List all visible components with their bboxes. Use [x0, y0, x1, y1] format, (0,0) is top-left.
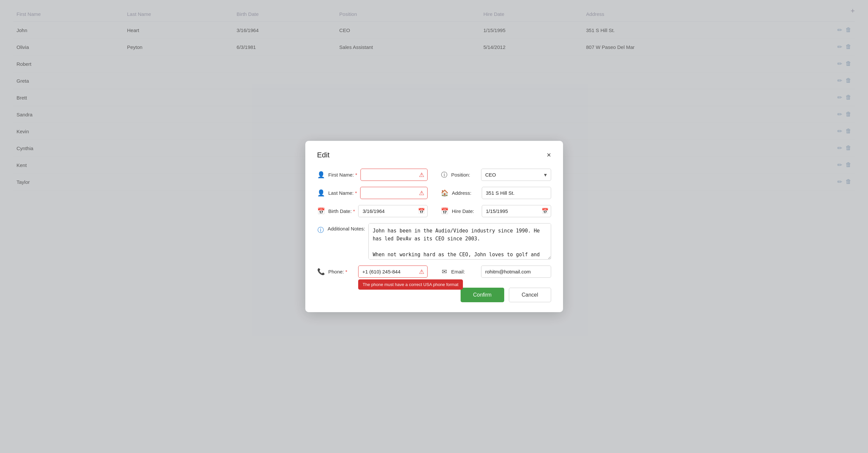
position-field: ⓘ Position: CEOSales AssistantManagerDev…	[441, 169, 551, 181]
position-select-wrap: CEOSales AssistantManagerDeveloper ▼	[481, 169, 551, 181]
notes-icon: ⓘ	[317, 226, 324, 234]
first-name-input[interactable]	[361, 169, 427, 181]
first-name-input-wrap: ⚠	[361, 169, 427, 181]
address-label: Address:	[452, 190, 478, 196]
email-input-wrap	[481, 265, 551, 278]
last-name-field: 👤 Last Name: * ⚠	[317, 187, 428, 199]
birth-date-label: Birth Date: *	[329, 208, 355, 214]
person-icon: 👤	[317, 171, 325, 178]
phone-label: Phone: *	[329, 269, 355, 275]
birth-date-input-wrap: 📅	[358, 205, 427, 217]
first-name-label: First Name: *	[329, 172, 358, 177]
hire-calendar-icon: 📅	[441, 207, 449, 215]
birth-date-input[interactable]	[358, 205, 427, 217]
phone-input[interactable]	[358, 265, 428, 278]
modal-title: Edit	[317, 151, 330, 160]
person2-icon: 👤	[317, 189, 325, 197]
calendar-icon: 📅	[317, 207, 325, 215]
birth-date-field: 📅 Birth Date: * 📅	[317, 205, 428, 217]
first-name-field: 👤 First Name: * ⚠	[317, 169, 428, 181]
email-input[interactable]	[481, 265, 551, 278]
last-name-input[interactable]	[360, 187, 427, 199]
email-label: Email:	[451, 269, 478, 275]
address-input-wrap	[482, 187, 551, 199]
position-select[interactable]: CEOSales AssistantManagerDeveloper	[481, 169, 551, 181]
modal-overlay: Edit × 👤 First Name: * ⚠ ⓘ Position: CEO…	[0, 0, 868, 453]
phone-icon: 📞	[317, 268, 325, 276]
last-name-input-wrap: ⚠	[360, 187, 427, 199]
hire-date-input-wrap: 📅	[482, 205, 551, 217]
close-button[interactable]: ×	[547, 151, 551, 159]
notes-label: Additional Notes:	[328, 226, 365, 231]
confirm-button[interactable]: Confirm	[461, 288, 504, 302]
hire-date-input[interactable]	[482, 205, 551, 217]
email-field: ✉ Email:	[441, 265, 551, 278]
notes-textarea[interactable]	[368, 223, 551, 260]
notes-field: ⓘ Additional Notes:	[317, 223, 551, 260]
phone-field: 📞 Phone: * ⚠ The phone must have a corre…	[317, 265, 428, 278]
modal-footer: Confirm Cancel	[317, 288, 551, 302]
phone-input-wrap: ⚠ The phone must have a correct USA phon…	[358, 265, 428, 278]
home-icon: 🏠	[441, 189, 449, 197]
info-icon: ⓘ	[441, 171, 448, 179]
address-field: 🏠 Address:	[441, 187, 551, 199]
modal-header: Edit ×	[317, 151, 551, 160]
form-grid: 👤 First Name: * ⚠ ⓘ Position: CEOSales A…	[317, 169, 551, 278]
address-input[interactable]	[482, 187, 551, 199]
email-icon: ✉	[441, 268, 448, 276]
cancel-button[interactable]: Cancel	[509, 288, 551, 302]
phone-error-tooltip: The phone must have a correct USA phone …	[358, 279, 463, 290]
hire-date-label: Hire Date:	[452, 208, 478, 214]
last-name-label: Last Name: *	[329, 190, 357, 196]
edit-modal: Edit × 👤 First Name: * ⚠ ⓘ Position: CEO…	[305, 141, 563, 312]
hire-date-field: 📅 Hire Date: 📅	[441, 205, 551, 217]
position-label: Position:	[451, 172, 478, 177]
